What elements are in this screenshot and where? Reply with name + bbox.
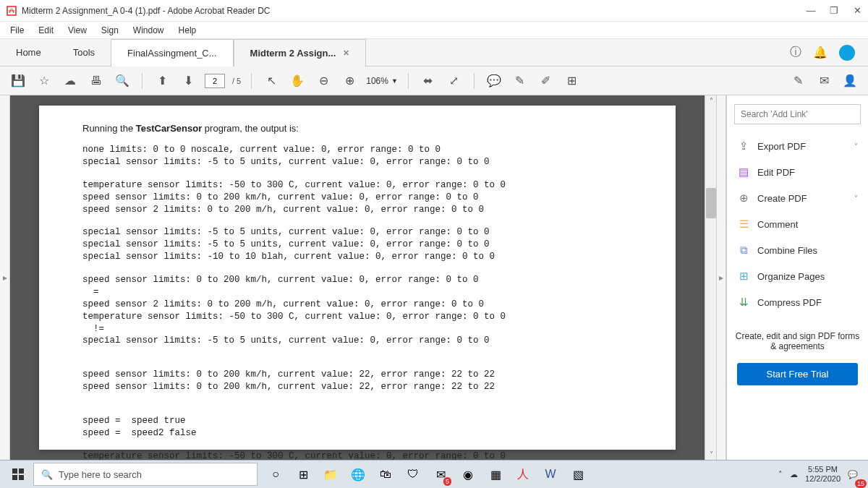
print-icon[interactable]: 🖶 — [87, 72, 106, 90]
stamp-icon[interactable]: ⊞ — [563, 72, 582, 90]
maximize-button[interactable]: ❐ — [829, 5, 839, 16]
highlight-icon[interactable]: ✐ — [537, 72, 556, 90]
tools-sidebar: ⇪Export PDF˅ ▤Edit PDF ⊕Create PDF˅ ☰Com… — [726, 95, 868, 460]
file-explorer-icon[interactable]: 📁 — [318, 463, 343, 486]
menu-help[interactable]: Help — [171, 24, 204, 37]
menu-view[interactable]: View — [61, 24, 94, 37]
save-icon[interactable]: 💾 — [9, 72, 27, 90]
onedrive-icon[interactable]: ☁ — [790, 470, 798, 479]
svg-rect-0 — [12, 468, 17, 474]
app-icon-2[interactable]: ▧ — [566, 463, 590, 486]
share-icon[interactable]: ✎ — [788, 72, 807, 90]
tool-combine-files[interactable]: ⧉Combine Files — [730, 237, 865, 263]
page-up-icon[interactable]: ⬆ — [153, 72, 171, 90]
menu-edit[interactable]: Edit — [31, 24, 61, 37]
user-avatar[interactable] — [839, 45, 855, 61]
close-button[interactable]: ✕ — [852, 5, 862, 16]
tool-organize-pages[interactable]: ⊞Organize Pages — [730, 263, 865, 289]
menu-bar: File Edit View Sign Window Help — [0, 22, 868, 39]
start-free-trial-button[interactable]: Start Free Trial — [737, 363, 858, 385]
help-icon[interactable]: ⓘ — [790, 45, 801, 60]
search-icon: 🔍 — [41, 469, 53, 480]
tool-export-pdf[interactable]: ⇪Export PDF˅ — [730, 133, 865, 159]
bell-icon[interactable]: 🔔 — [813, 46, 827, 59]
doc-heading: Running the TestCarSensor program, the o… — [82, 123, 632, 134]
promo-text: Create, edit and sign PDF forms & agreem… — [727, 320, 868, 363]
comment-icon[interactable]: 💬 — [485, 72, 503, 90]
pdf-page: Running the TestCarSensor program, the o… — [39, 106, 676, 450]
output-block-7: temperature sensor limits: -50 to 300 C,… — [82, 450, 632, 460]
mail-icon[interactable]: ✉5 — [428, 463, 453, 486]
search-icon[interactable]: 🔍 — [113, 72, 132, 90]
tool-edit-pdf[interactable]: ▤Edit PDF — [730, 159, 865, 185]
left-panel-toggle[interactable]: ▸ — [0, 95, 10, 460]
acrobat-icon — [6, 5, 17, 17]
hand-icon[interactable]: ✋ — [288, 72, 307, 90]
start-button[interactable] — [4, 463, 32, 486]
page-total: / 5 — [232, 77, 241, 85]
output-block-3: special sensor limits: -5 to 5 units, cu… — [82, 226, 632, 263]
tray-chevron-icon[interactable]: ˄ — [778, 470, 783, 479]
app-icon-1[interactable]: ▦ — [483, 463, 508, 486]
mcafee-icon[interactable]: 🛡 — [401, 463, 425, 486]
tab-home[interactable]: Home — [0, 39, 57, 67]
output-block-4: speed sensor limits: 0 to 200 km/h, curr… — [82, 274, 632, 347]
tool-compress-pdf[interactable]: ⇊Compress PDF — [730, 289, 865, 315]
close-tab-icon[interactable]: ✕ — [343, 48, 349, 58]
windows-taskbar: 🔍 Type here to search ○ ⊞ 📁 🌐 🛍 🛡 ✉5 ◉ ▦… — [0, 460, 868, 488]
system-clock[interactable]: 5:55 PM 12/2/2020 — [805, 465, 841, 484]
output-block-2: temperature sensor limits: -50 to 300 C,… — [82, 179, 632, 216]
pointer-icon[interactable]: ↖ — [262, 72, 281, 90]
menu-sign[interactable]: Sign — [94, 24, 126, 37]
tab-doc-1[interactable]: FinalAssingment_C... — [111, 39, 234, 67]
window-title: Midterm 2 Assignment_A 0-4 (1).pdf - Ado… — [22, 6, 806, 16]
tool-comment[interactable]: ☰Comment — [730, 211, 865, 237]
document-viewport[interactable]: Running the TestCarSensor program, the o… — [10, 95, 705, 460]
output-block-6: speed = speed true speed = speed2 false — [82, 415, 632, 440]
taskbar-search[interactable]: 🔍 Type here to search — [33, 463, 258, 486]
chrome-icon[interactable]: ◉ — [456, 463, 480, 486]
output-block-1: none limits: 0 to 0 noscale, current val… — [82, 144, 632, 168]
zoom-out-icon[interactable]: ⊖ — [314, 72, 333, 90]
tool-create-pdf[interactable]: ⊕Create PDF˅ — [730, 185, 865, 211]
cloud-up-icon[interactable]: ☁ — [61, 72, 80, 90]
right-panel-toggle[interactable]: ▸ — [716, 95, 726, 460]
menu-file[interactable]: File — [3, 24, 31, 37]
edge-icon[interactable]: 🌐 — [346, 463, 370, 486]
sign-icon[interactable]: ✎ — [511, 72, 529, 90]
acrobat-taskbar-icon[interactable]: 人 — [511, 463, 535, 486]
output-block-5: speed sensor limits: 0 to 200 km/h, curr… — [82, 369, 632, 393]
word-icon[interactable]: W — [538, 463, 563, 486]
store-icon[interactable]: 🛍 — [373, 463, 398, 486]
zoom-level[interactable]: 106% ▼ — [366, 76, 398, 86]
star-icon[interactable]: ☆ — [35, 72, 54, 90]
svg-rect-2 — [12, 475, 17, 480]
minimize-button[interactable]: — — [806, 5, 816, 16]
scrollbar-thumb[interactable] — [706, 188, 716, 218]
page-number-input[interactable] — [205, 74, 225, 88]
email-icon[interactable]: ✉ — [814, 72, 833, 90]
cortana-icon[interactable]: ○ — [263, 463, 288, 486]
people-icon[interactable]: 👤 — [841, 72, 859, 90]
svg-rect-1 — [19, 468, 24, 474]
notifications-icon[interactable]: 💬15 — [848, 470, 858, 479]
svg-rect-3 — [19, 475, 24, 480]
vertical-scrollbar[interactable]: ˄ ˅ — [705, 95, 716, 460]
fit-page-icon[interactable]: ⤢ — [445, 72, 464, 90]
menu-window[interactable]: Window — [126, 24, 171, 37]
task-view-icon[interactable]: ⊞ — [291, 463, 315, 486]
tab-tools[interactable]: Tools — [57, 39, 111, 67]
page-down-icon[interactable]: ⬇ — [179, 72, 197, 90]
fit-width-icon[interactable]: ⬌ — [419, 72, 438, 90]
zoom-in-icon[interactable]: ⊕ — [340, 72, 359, 90]
tab-doc-2[interactable]: Midterm 2 Assign...✕ — [234, 39, 367, 67]
sidebar-search-input[interactable] — [734, 104, 861, 124]
